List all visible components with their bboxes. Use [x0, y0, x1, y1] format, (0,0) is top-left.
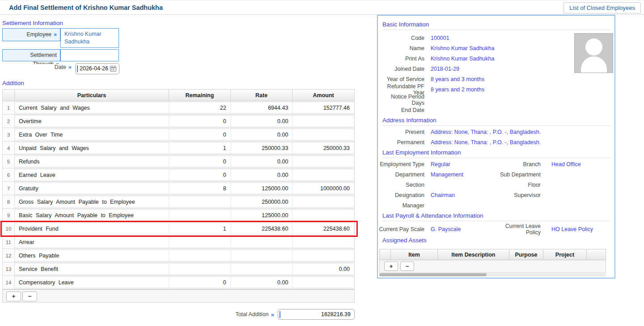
- cell-amount[interactable]: 152777.46: [293, 103, 354, 113]
- cell-particulars[interactable]: Unpaid Salary and Wages: [15, 143, 169, 153]
- cell-particulars[interactable]: Compensatory Leave: [15, 277, 169, 287]
- column-header-remaining: Remaining: [169, 90, 231, 101]
- row-number: 1: [3, 101, 15, 114]
- employee-profile-panel: Basic Information Code100001NameKrishno …: [377, 15, 615, 279]
- employment-field-label: Branch: [499, 161, 551, 167]
- payroll-fields: Current Pay ScaleG. PayscaleCurrent Leav…: [378, 224, 614, 234]
- cell-remaining[interactable]: [169, 197, 230, 207]
- cell-amount[interactable]: [293, 277, 354, 287]
- row-number: 2: [3, 115, 15, 128]
- cell-particulars[interactable]: Basic Salary Amount Payable to Employee: [15, 210, 169, 220]
- cell-amount[interactable]: 1000000.00: [293, 183, 354, 193]
- employment-field-value: Head Office: [551, 161, 581, 167]
- addition-row-12: 12Others Payable: [3, 249, 354, 262]
- payroll-field-row: Current Pay ScaleG. PayscaleCurrent Leav…: [378, 224, 614, 234]
- date-label: Date»: [0, 64, 72, 70]
- cell-rate[interactable]: 6944.43: [231, 103, 292, 113]
- addition-row-6: 6Earned Leave00.00: [3, 168, 354, 182]
- chevron-icon: »: [54, 31, 57, 38]
- cell-rate[interactable]: 0.00: [231, 129, 292, 140]
- date-value: 2026-04-26: [80, 64, 108, 74]
- basic-field-row: Notice Period Days: [378, 94, 614, 105]
- scrollbar-thumb[interactable]: [379, 273, 487, 276]
- settlement-through-field[interactable]: [60, 49, 119, 61]
- row-number: 4: [3, 142, 15, 154]
- assets-table-toolbar: + −: [379, 260, 606, 273]
- cell-rate[interactable]: 0.00: [231, 170, 292, 180]
- add-row-button[interactable]: +: [6, 292, 21, 301]
- cell-rate[interactable]: 125000.00: [231, 210, 292, 220]
- employee-label: Employee»: [2, 28, 60, 41]
- cell-remaining[interactable]: 0: [169, 129, 230, 140]
- cell-amount[interactable]: [293, 197, 354, 207]
- cell-rate[interactable]: 0.00: [231, 116, 292, 126]
- cell-particulars[interactable]: Earned Leave: [15, 170, 169, 180]
- cell-rate[interactable]: 250000.00: [231, 197, 292, 207]
- cell-particulars[interactable]: Gross Salary Amount Payable to Employee: [15, 197, 169, 207]
- basic-field-value: 8 years and 3 months: [431, 76, 484, 82]
- cell-particulars[interactable]: Gratuity: [15, 183, 169, 193]
- remove-row-button[interactable]: −: [22, 292, 37, 301]
- cell-amount[interactable]: [293, 156, 354, 167]
- employment-field-label: Sub Department: [499, 172, 551, 178]
- cell-remaining[interactable]: 1: [169, 223, 230, 234]
- cell-particulars[interactable]: Service Benefit: [15, 264, 169, 274]
- cell-remaining[interactable]: 0: [169, 156, 230, 167]
- cell-remaining[interactable]: 0: [169, 116, 230, 126]
- cell-remaining[interactable]: [169, 210, 230, 220]
- cell-particulars[interactable]: Overtime: [15, 116, 169, 126]
- assets-horizontal-scrollbar[interactable]: [379, 273, 606, 276]
- calendar-icon[interactable]: [110, 66, 116, 72]
- date-input[interactable]: 2026-04-26: [75, 63, 119, 74]
- add-asset-button[interactable]: +: [384, 262, 398, 271]
- cell-remaining[interactable]: [169, 250, 230, 261]
- cell-amount[interactable]: 250000.33: [293, 143, 354, 153]
- cell-amount[interactable]: [293, 250, 354, 261]
- row-number: 10: [3, 222, 15, 235]
- cell-remaining[interactable]: 1: [169, 143, 230, 153]
- last-employment-information-heading: Last Employment Information: [382, 149, 610, 158]
- remove-asset-button[interactable]: −: [400, 262, 414, 271]
- cell-amount[interactable]: [293, 170, 354, 180]
- column-header-rate: Rate: [231, 90, 293, 101]
- cell-particulars[interactable]: Refunds: [15, 156, 169, 167]
- row-number: 5: [3, 155, 15, 168]
- cell-amount[interactable]: [293, 237, 354, 247]
- cell-remaining[interactable]: [169, 264, 230, 274]
- cell-rate[interactable]: 0.00: [231, 156, 292, 167]
- employment-field-label: Floor: [499, 182, 551, 188]
- cell-remaining[interactable]: [169, 237, 230, 247]
- addition-row-13: 13Service Benefit0.00: [3, 262, 354, 276]
- assigned-assets-heading: Assigned Assets: [382, 237, 610, 245]
- basic-field-label: Name: [378, 45, 431, 51]
- total-addition-row: Total Addition » 1628216.39: [2, 309, 355, 320]
- assets-empty-column-header: [380, 249, 391, 260]
- total-addition-input[interactable]: 1628216.39: [278, 309, 355, 320]
- employee-value-field[interactable]: Krishno Kumar Sadhukha: [60, 28, 119, 48]
- cell-rate[interactable]: 250000.33: [231, 143, 292, 153]
- basic-field-label: Code: [378, 35, 431, 41]
- cell-amount[interactable]: 0.00: [293, 264, 354, 274]
- cell-amount[interactable]: [293, 210, 354, 220]
- cell-rate[interactable]: 225438.60: [231, 223, 292, 234]
- cell-amount[interactable]: [293, 116, 354, 126]
- row-number: 6: [3, 168, 15, 181]
- cell-remaining[interactable]: 8: [169, 183, 230, 193]
- cell-rate[interactable]: 125000.00: [231, 183, 292, 193]
- cell-remaining[interactable]: 0: [169, 170, 230, 180]
- cell-rate[interactable]: [231, 264, 292, 274]
- cell-particulars[interactable]: Others Payable: [15, 250, 169, 261]
- cell-rate[interactable]: 0.00: [231, 277, 292, 287]
- cell-particulars[interactable]: Current Salary and Wages: [15, 103, 169, 113]
- cell-rate[interactable]: [231, 250, 292, 261]
- cell-amount[interactable]: [293, 129, 354, 140]
- cell-particulars[interactable]: Provident Fund: [15, 223, 169, 234]
- cell-rate[interactable]: [231, 237, 292, 247]
- list-of-closed-employees-button[interactable]: List of Closed Employees: [564, 2, 641, 13]
- cell-remaining[interactable]: 22: [169, 103, 230, 113]
- settlement-through-label: Settlement Through»: [2, 49, 60, 61]
- cell-amount[interactable]: 225438.60: [293, 223, 354, 234]
- cell-particulars[interactable]: Arrear: [15, 237, 169, 247]
- cell-remaining[interactable]: 0: [169, 277, 230, 287]
- cell-particulars[interactable]: Extra Over Time: [15, 129, 169, 140]
